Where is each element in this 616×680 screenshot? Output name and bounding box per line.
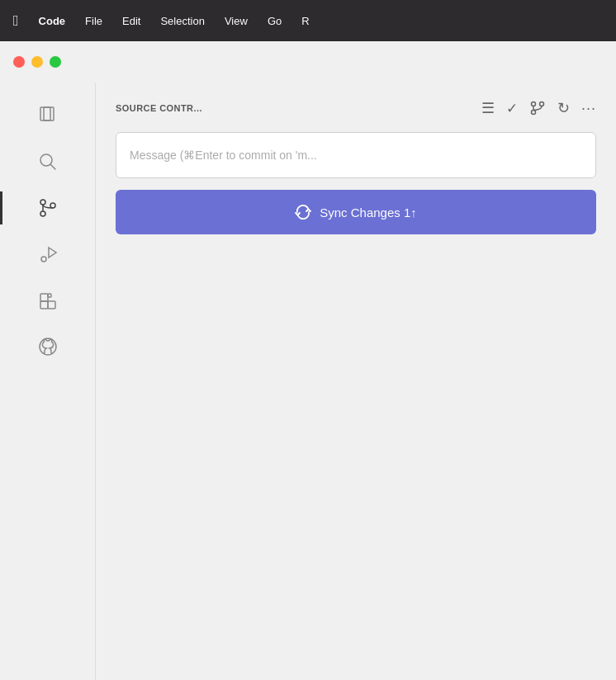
- svg-point-15: [531, 102, 535, 106]
- menu-code[interactable]: Code: [39, 15, 66, 27]
- explorer-icon: [36, 104, 59, 127]
- minimize-button[interactable]: [31, 56, 43, 68]
- branch-icon[interactable]: [529, 100, 546, 116]
- source-control-title: SOURCE CONTR...: [116, 103, 202, 113]
- sidebar-item-source-control[interactable]: [0, 185, 95, 231]
- menu-go[interactable]: Go: [268, 15, 282, 27]
- sidebar: [0, 83, 96, 680]
- sync-changes-button[interactable]: Sync Changes 1↑: [116, 190, 596, 234]
- search-icon: [36, 150, 59, 173]
- content-area: SOURCE CONTR... ☰ ✓ ↻: [96, 83, 616, 680]
- close-button[interactable]: [13, 56, 25, 68]
- commit-message-input[interactable]: [116, 132, 596, 178]
- svg-rect-10: [40, 301, 48, 309]
- svg-rect-1: [44, 107, 54, 120]
- sync-icon: [295, 204, 311, 220]
- sync-button-label: Sync Changes 1↑: [320, 205, 417, 220]
- apple-menu[interactable]: : [13, 12, 19, 30]
- menu-selection[interactable]: Selection: [160, 15, 204, 27]
- menu-r[interactable]: R: [301, 15, 309, 27]
- source-control-header: SOURCE CONTR... ☰ ✓ ↻: [116, 99, 596, 117]
- debug-icon: [36, 243, 59, 266]
- window-bar: [0, 41, 616, 83]
- extensions-icon: [36, 289, 59, 312]
- svg-point-5: [40, 211, 45, 216]
- menu-bar:  Code File Edit Selection View Go R: [0, 0, 616, 41]
- svg-point-8: [41, 257, 46, 262]
- sidebar-item-github[interactable]: [0, 323, 95, 370]
- svg-line-3: [50, 164, 55, 169]
- github-icon: [36, 335, 59, 358]
- more-icon[interactable]: ···: [581, 100, 596, 117]
- sidebar-item-extensions[interactable]: [0, 277, 95, 323]
- sidebar-item-explorer[interactable]: [0, 92, 95, 139]
- header-icons: ☰ ✓ ↻ ···: [481, 99, 596, 117]
- window-controls: [0, 41, 96, 83]
- svg-point-6: [50, 203, 55, 208]
- svg-point-4: [40, 200, 45, 205]
- svg-point-16: [539, 102, 543, 106]
- source-control-icon: [36, 196, 59, 220]
- list-icon[interactable]: ☰: [481, 99, 495, 117]
- svg-rect-0: [40, 107, 50, 120]
- svg-marker-9: [49, 248, 56, 257]
- check-icon[interactable]: ✓: [506, 100, 518, 117]
- menu-file[interactable]: File: [85, 15, 102, 27]
- menu-view[interactable]: View: [225, 15, 248, 27]
- svg-rect-11: [48, 301, 55, 309]
- sidebar-item-search[interactable]: [0, 139, 95, 185]
- svg-rect-12: [40, 294, 48, 301]
- menu-edit[interactable]: Edit: [122, 15, 140, 27]
- main-area: SOURCE CONTR... ☰ ✓ ↻: [0, 83, 616, 680]
- refresh-icon[interactable]: ↻: [557, 99, 570, 117]
- svg-rect-13: [48, 294, 51, 297]
- sidebar-item-debug[interactable]: [0, 231, 95, 277]
- maximize-button[interactable]: [50, 56, 61, 68]
- svg-point-17: [531, 111, 535, 115]
